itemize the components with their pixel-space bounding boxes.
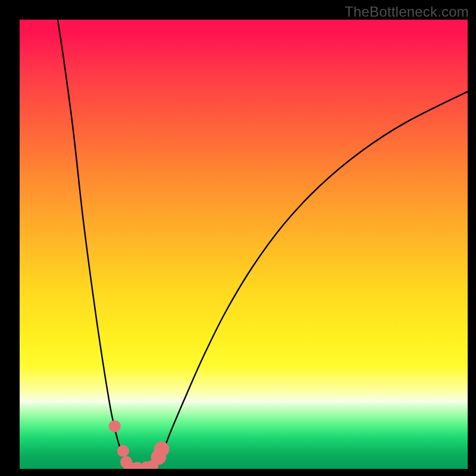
curve-left-branch	[58, 20, 131, 469]
watermark-text: TheBottleneck.com	[345, 4, 469, 20]
data-marker	[154, 441, 170, 457]
chart-frame: TheBottleneck.com	[0, 0, 476, 476]
curve-right-branch	[152, 92, 468, 469]
data-marker	[117, 445, 129, 457]
data-markers	[109, 420, 170, 469]
data-marker	[109, 420, 121, 432]
plot-area	[20, 20, 468, 469]
curve-layer	[20, 20, 468, 469]
